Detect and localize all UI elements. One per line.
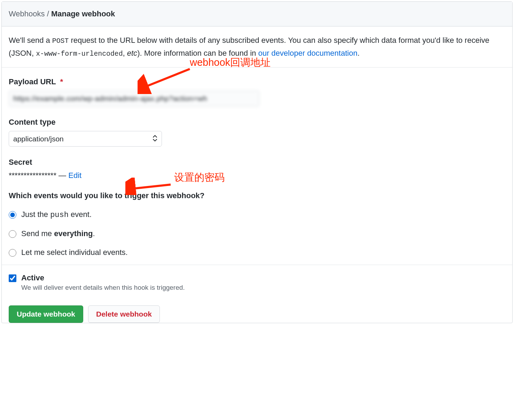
content-type-select[interactable]: application/json [9, 131, 162, 147]
secret-edit-link[interactable]: Edit [68, 171, 81, 180]
update-webhook-button[interactable]: Update webhook [9, 305, 83, 323]
button-row: Update webhook Delete webhook [2, 298, 512, 323]
radio-everything[interactable] [9, 230, 16, 238]
breadcrumb-current: Manage webhook [51, 9, 115, 18]
content-type-group: Content type application/json [9, 118, 505, 147]
docs-link[interactable]: our developer documentation [258, 49, 357, 57]
method-code: POST [52, 37, 69, 45]
webhook-description: We'll send a POST request to the URL bel… [2, 26, 512, 68]
active-description: We will deliver event details when this … [21, 284, 185, 291]
payload-url-group: Payload URL * [9, 77, 505, 107]
payload-url-input[interactable] [9, 91, 259, 107]
events-group: Which events would you like to trigger t… [9, 191, 505, 257]
format-code: x-www-form-urlencoded [36, 50, 123, 58]
required-mark: * [60, 77, 63, 86]
event-option-push[interactable]: Just the push event. [9, 210, 505, 219]
radio-push[interactable] [9, 211, 16, 219]
active-section: Active We will deliver event details whe… [2, 265, 512, 298]
event-option-individual[interactable]: Let me select individual events. [9, 248, 505, 257]
secret-group: Secret **************** — Edit [9, 158, 505, 180]
webhook-panel: Webhooks / Manage webhook We'll send a P… [1, 1, 513, 323]
active-checkbox[interactable] [9, 274, 16, 282]
events-heading: Which events would you like to trigger t… [9, 191, 505, 200]
secret-label: Secret [9, 158, 505, 167]
payload-url-label: Payload URL * [9, 77, 505, 86]
breadcrumb-separator: / [45, 9, 51, 18]
delete-webhook-button[interactable]: Delete webhook [88, 305, 160, 323]
event-option-everything[interactable]: Send me everything. [9, 229, 505, 238]
content-type-label: Content type [9, 118, 505, 127]
breadcrumb: Webhooks / Manage webhook [2, 2, 512, 26]
breadcrumb-parent-link[interactable]: Webhooks [9, 9, 45, 18]
secret-masked: **************** [9, 171, 56, 180]
form-section: Payload URL * Content type application/j… [2, 68, 512, 265]
radio-individual[interactable] [9, 249, 16, 257]
active-label: Active [21, 273, 185, 282]
